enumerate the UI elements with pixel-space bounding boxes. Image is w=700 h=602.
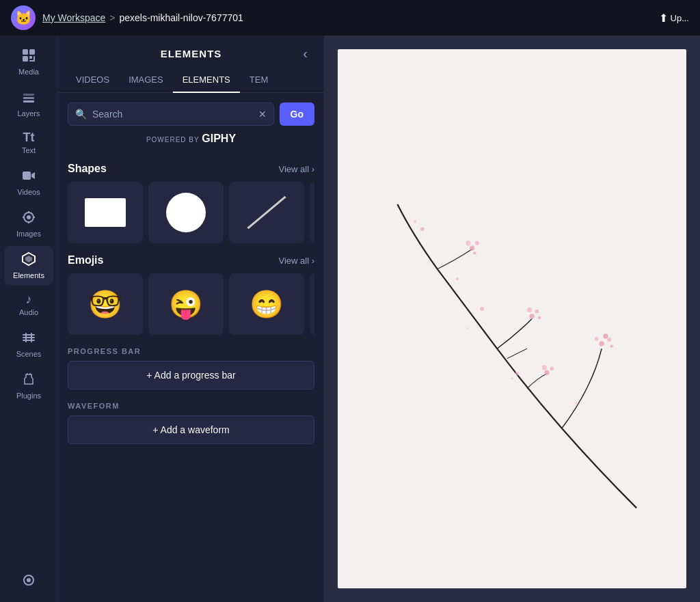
media-icon <box>21 48 36 65</box>
svg-point-27 <box>603 333 608 338</box>
sidebar-item-elements[interactable]: Elements <box>4 246 53 285</box>
svg-point-48 <box>466 328 468 330</box>
clear-icon[interactable]: ✕ <box>258 109 267 120</box>
svg-point-41 <box>515 372 519 376</box>
sidebar-item-audio[interactable]: ♪ Audio <box>4 288 53 322</box>
panel-header: ELEMENTS ‹ <box>58 36 324 68</box>
breadcrumb-sep: > <box>109 12 115 23</box>
tab-templates[interactable]: TEM <box>240 68 278 93</box>
emojis-row: 🤓 😜 😁 🤔 😊 <box>68 273 314 335</box>
panel-tabs: VIDEOS IMAGES ELEMENTS TEM <box>58 68 324 93</box>
elements-panel: ELEMENTS ‹ VIDEOS IMAGES ELEMENTS TEM 🔍 … <box>57 36 324 602</box>
text-icon: Tt <box>23 131 35 143</box>
svg-rect-0 <box>23 49 28 55</box>
shape-circle[interactable] <box>148 182 224 243</box>
svg-point-45 <box>414 220 416 223</box>
breadcrumb: My Workspace > pexels-mikhail-nilov-7677… <box>42 12 243 23</box>
svg-point-46 <box>576 402 578 405</box>
svg-rect-8 <box>23 100 34 102</box>
tab-videos[interactable]: VIDEOS <box>66 68 119 93</box>
svg-point-33 <box>538 316 541 319</box>
add-waveform-button[interactable]: + Add a waveform <box>68 415 314 444</box>
shapes-title: Shapes <box>68 163 107 175</box>
svg-point-47 <box>511 377 513 379</box>
giphy-prefix: POWERED BY <box>146 136 200 143</box>
svg-rect-1 <box>29 49 35 55</box>
line-shape <box>245 191 288 234</box>
sidebar-item-media[interactable]: Media <box>4 42 53 81</box>
canvas-decoration <box>338 49 686 588</box>
svg-rect-6 <box>23 94 34 96</box>
svg-point-32 <box>527 307 532 312</box>
rectangle-shape <box>85 198 126 227</box>
audio-icon: ♪ <box>26 293 32 305</box>
svg-rect-3 <box>29 56 32 59</box>
emoji-item-2[interactable]: 😁 <box>229 273 304 335</box>
svg-point-24 <box>27 578 31 582</box>
emoji-item-3[interactable]: 🤔 <box>310 273 314 335</box>
search-icon: 🔍 <box>75 109 87 120</box>
sidebar-item-images[interactable]: Images <box>4 204 53 243</box>
panel-close-button[interactable]: ‹ <box>297 43 313 64</box>
shapes-section-header: Shapes View all › <box>68 163 314 175</box>
panel-title: ELEMENTS <box>161 48 222 59</box>
shape-extra[interactable] <box>310 182 314 243</box>
svg-point-25 <box>600 341 604 346</box>
search-input[interactable] <box>92 109 253 120</box>
tab-elements[interactable]: ELEMENTS <box>173 68 240 93</box>
svg-point-34 <box>470 245 474 250</box>
svg-point-36 <box>466 241 470 245</box>
sidebar-item-plugins[interactable]: Plugins <box>4 366 53 405</box>
svg-point-31 <box>535 310 539 314</box>
add-progress-bar-button[interactable]: + Add a progress bar <box>68 361 314 389</box>
sidebar-item-scenes[interactable]: Scenes <box>4 325 53 364</box>
svg-rect-22 <box>31 333 32 342</box>
svg-point-35 <box>475 241 479 245</box>
shape-rectangle[interactable] <box>68 182 143 243</box>
emojis-title: Emojis <box>68 254 103 266</box>
upload-button[interactable]: ⬆ Up... <box>659 12 689 25</box>
svg-rect-7 <box>23 97 34 99</box>
emoji-item-0[interactable]: 🤓 <box>68 273 143 335</box>
shape-line[interactable] <box>229 182 304 243</box>
shapes-row <box>68 182 314 243</box>
svg-point-37 <box>473 251 476 254</box>
svg-rect-21 <box>25 333 27 342</box>
svg-point-42 <box>480 307 484 311</box>
svg-point-26 <box>607 338 611 342</box>
canvas-container <box>338 49 686 588</box>
tab-images[interactable]: IMAGES <box>119 68 173 93</box>
svg-point-44 <box>420 227 425 231</box>
main-area: Media Layers Tt Text Vid <box>0 36 700 602</box>
sidebar-item-text[interactable]: Tt Text <box>4 126 53 160</box>
search-area: 🔍 ✕ Go <box>58 93 324 131</box>
layers-icon <box>21 90 36 107</box>
svg-point-28 <box>595 337 599 341</box>
giphy-brand: GIPHY <box>202 133 236 144</box>
scenes-icon <box>21 330 36 347</box>
emojis-section-header: Emojis View all › <box>68 254 314 266</box>
sidebar-item-videos[interactable]: Videos <box>4 163 53 202</box>
plugins-icon <box>21 372 36 389</box>
filename-label: pexels-mikhail-nilov-7677701 <box>120 12 243 23</box>
sidebar-item-layers[interactable]: Layers <box>4 84 53 123</box>
canvas-area <box>324 36 700 602</box>
svg-point-38 <box>544 370 549 375</box>
workspace-link[interactable]: My Workspace <box>42 12 105 23</box>
shapes-view-all-button[interactable]: View all › <box>278 164 314 174</box>
emojis-view-all-button[interactable]: View all › <box>278 256 314 266</box>
svg-point-11 <box>27 215 31 219</box>
panel-content: Shapes View all › Emojis <box>58 152 324 602</box>
emoji-item-1[interactable]: 😜 <box>148 273 224 335</box>
svg-point-39 <box>550 366 554 370</box>
svg-point-30 <box>530 314 535 318</box>
topbar: 🐱 My Workspace > pexels-mikhail-nilov-76… <box>0 0 700 36</box>
go-button[interactable]: Go <box>280 102 314 126</box>
waveform-section-label: WAVEFORM <box>68 402 314 410</box>
sidebar-item-bottom[interactable] <box>4 567 53 595</box>
elements-icon <box>21 251 36 269</box>
svg-rect-18 <box>23 334 35 336</box>
progress-bar-section-label: PROGRESS BAR <box>68 347 314 355</box>
search-box: 🔍 ✕ <box>68 102 274 126</box>
svg-point-43 <box>456 277 459 280</box>
